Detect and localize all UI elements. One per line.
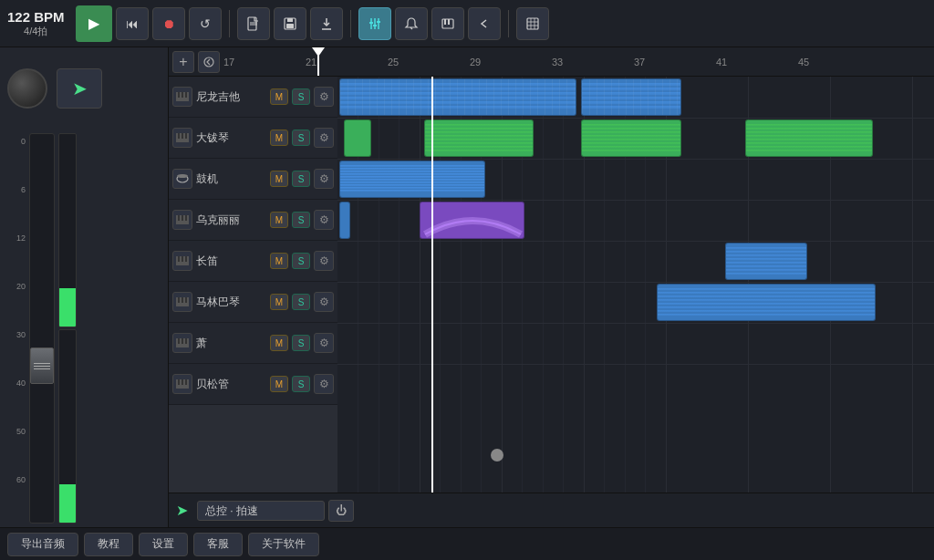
track-3-icon bbox=[172, 169, 192, 189]
instrument-arrow-button[interactable]: ➤ bbox=[57, 68, 102, 109]
timeline-header: + 17 21 25 29 33 37 41 45 bbox=[169, 47, 934, 77]
grid-button[interactable] bbox=[516, 7, 549, 40]
file-button[interactable] bbox=[237, 7, 270, 40]
settings-button[interactable]: 设置 bbox=[139, 533, 188, 556]
track-8-mute-button[interactable]: M bbox=[270, 376, 288, 392]
clip-2-2[interactable] bbox=[581, 119, 681, 157]
track-7-name: 萧 bbox=[196, 336, 266, 351]
db-30: 30 bbox=[16, 330, 26, 379]
grid-v-1 bbox=[420, 77, 420, 493]
track-2-settings-button[interactable]: ⚙ bbox=[314, 128, 334, 148]
svg-rect-15 bbox=[444, 19, 446, 25]
track-2-mute-button[interactable]: M bbox=[270, 130, 288, 146]
clip-2-0[interactable] bbox=[344, 119, 371, 157]
clip-1-1[interactable] bbox=[339, 78, 576, 116]
timeline-tracks[interactable] bbox=[337, 77, 934, 493]
playhead-triangle bbox=[312, 47, 325, 57]
transport-select[interactable]: 总控 · 拍速 bbox=[197, 501, 325, 521]
export-audio-button[interactable]: 导出音频 bbox=[7, 533, 78, 556]
track-1-label: 尼龙吉他 M S ⚙ bbox=[169, 77, 337, 118]
fader-line-2 bbox=[34, 366, 50, 367]
transport-arrow-icon: ➤ bbox=[176, 502, 188, 519]
track-3-solo-button[interactable]: S bbox=[292, 171, 310, 187]
center-content: + 17 21 25 29 33 37 41 45 bbox=[169, 47, 934, 527]
grid-minor-3 bbox=[399, 77, 400, 493]
support-button[interactable]: 客服 bbox=[193, 533, 243, 556]
clip-4-2[interactable] bbox=[420, 202, 524, 239]
add-track-button[interactable]: + bbox=[172, 51, 194, 73]
fader-handle[interactable] bbox=[30, 347, 54, 384]
track-3-mute-button[interactable]: M bbox=[270, 171, 288, 187]
clip-5-1[interactable] bbox=[725, 243, 807, 280]
bpm-value[interactable]: 122 BPM bbox=[7, 9, 65, 25]
track-7-mute-button[interactable]: M bbox=[270, 335, 288, 351]
ruler-mark-29: 29 bbox=[470, 57, 481, 67]
rewind-button[interactable]: ⏮ bbox=[116, 7, 149, 40]
notifications-button[interactable] bbox=[395, 7, 428, 40]
grid-h-4 bbox=[337, 241, 934, 242]
svg-rect-25 bbox=[178, 92, 180, 98]
time-signature[interactable]: 4/4拍 bbox=[24, 25, 47, 38]
master-knob[interactable] bbox=[7, 68, 47, 109]
clip-3-1[interactable] bbox=[339, 161, 485, 198]
track-5-mute-button[interactable]: M bbox=[270, 253, 288, 269]
svg-rect-11 bbox=[373, 25, 377, 26]
track-7-solo-button[interactable]: S bbox=[292, 335, 310, 351]
track-5-icon bbox=[172, 251, 192, 271]
track-6-settings-button[interactable]: ⚙ bbox=[314, 292, 334, 312]
svg-rect-45 bbox=[185, 297, 187, 303]
track-2-name: 大钹琴 bbox=[196, 130, 266, 146]
track-8-settings-button[interactable]: ⚙ bbox=[314, 374, 334, 394]
ruler-mark-41: 41 bbox=[716, 57, 727, 67]
track-5-settings-button[interactable]: ⚙ bbox=[314, 251, 334, 271]
track-7-label: 萧 M S ⚙ bbox=[169, 323, 337, 364]
svg-rect-31 bbox=[185, 133, 187, 139]
grid-h-7 bbox=[337, 364, 934, 365]
piano-roll-button[interactable] bbox=[431, 7, 464, 40]
track-4-solo-button[interactable]: S bbox=[292, 212, 310, 228]
track-6-solo-button[interactable]: S bbox=[292, 294, 310, 310]
track-6-mute-button[interactable]: M bbox=[270, 294, 288, 310]
main-area: ➤ 0 6 12 20 30 40 50 60 bbox=[0, 47, 934, 527]
export-button[interactable] bbox=[310, 7, 343, 40]
grid-minor-9 bbox=[563, 77, 564, 493]
clip-4-1[interactable] bbox=[339, 202, 350, 239]
svg-rect-40 bbox=[182, 256, 183, 262]
track-4-mute-button[interactable]: M bbox=[270, 212, 288, 228]
track-8-label: 贝松管 M S ⚙ bbox=[169, 364, 337, 405]
clip-1-2[interactable] bbox=[581, 78, 681, 116]
transport-dropdown[interactable]: 总控 · 拍速 bbox=[197, 501, 325, 521]
track-1-mute-button[interactable]: M bbox=[270, 88, 288, 105]
svg-point-23 bbox=[204, 57, 213, 67]
track-3-settings-button[interactable]: ⚙ bbox=[314, 169, 334, 189]
track-4-settings-button[interactable]: ⚙ bbox=[314, 210, 334, 230]
record-button[interactable]: ⏺ bbox=[152, 7, 185, 40]
track-7-settings-button[interactable]: ⚙ bbox=[314, 333, 334, 353]
play-button[interactable]: ▶ bbox=[76, 5, 112, 42]
svg-rect-5 bbox=[286, 24, 294, 28]
separator-3 bbox=[508, 10, 509, 37]
tutorial-button[interactable]: 教程 bbox=[84, 533, 133, 556]
timeline-back-button[interactable] bbox=[198, 51, 220, 73]
track-8-solo-button[interactable]: S bbox=[292, 376, 310, 392]
fader-section: 0 6 12 20 30 40 50 60 bbox=[0, 130, 168, 527]
track-1-settings-button[interactable]: ⚙ bbox=[314, 87, 334, 107]
loop-button[interactable]: ↺ bbox=[189, 7, 222, 40]
grid-h-2 bbox=[337, 159, 934, 160]
back-button[interactable] bbox=[468, 7, 501, 40]
track-1-solo-button[interactable]: S bbox=[292, 88, 310, 105]
master-fader[interactable] bbox=[29, 133, 55, 524]
clip-6-1[interactable] bbox=[657, 284, 876, 321]
clip-2-1[interactable] bbox=[424, 119, 534, 157]
track-8-name: 贝松管 bbox=[196, 377, 266, 392]
about-button[interactable]: 关于软件 bbox=[248, 533, 319, 556]
db-6: 6 bbox=[21, 185, 26, 233]
mixer-button[interactable] bbox=[358, 7, 391, 40]
save-button[interactable] bbox=[274, 7, 306, 40]
track-2-solo-button[interactable]: S bbox=[292, 130, 310, 146]
svg-rect-43 bbox=[178, 297, 180, 303]
transport-power-button[interactable]: ⏻ bbox=[328, 500, 354, 522]
bpm-section: 122 BPM 4/4拍 bbox=[7, 9, 65, 38]
track-5-solo-button[interactable]: S bbox=[292, 253, 310, 269]
clip-2-3[interactable] bbox=[745, 119, 873, 157]
